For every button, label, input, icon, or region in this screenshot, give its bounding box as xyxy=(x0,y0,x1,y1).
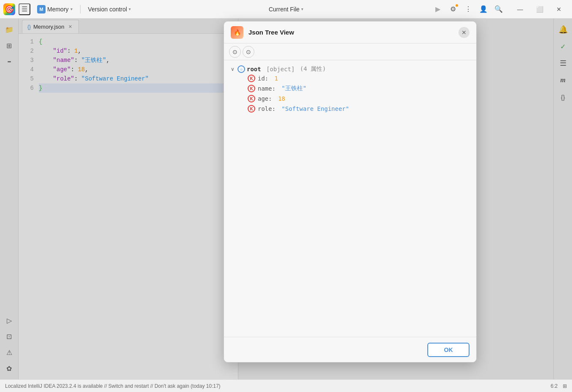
close-button[interactable]: ✕ xyxy=(549,3,569,16)
tree-key-icon-id: K xyxy=(248,75,255,82)
status-bar: Localized IntelliJ IDEA 2023.2.4 is avai… xyxy=(0,379,572,392)
search-icon: 🔍 xyxy=(494,5,503,13)
current-file-button[interactable]: Current File ▾ xyxy=(264,5,308,14)
app-logo: 🎯 xyxy=(3,3,15,15)
tree-root-key: root xyxy=(247,66,261,72)
settings-badge xyxy=(455,4,459,7)
run-button[interactable]: ▶ xyxy=(431,3,445,16)
minimize-button[interactable]: — xyxy=(510,3,530,16)
dialog-title-bar: 🔥 Json Tree View ✕ xyxy=(224,21,476,43)
project-dropdown-arrow: ▾ xyxy=(70,7,73,11)
tree-key-age: age: xyxy=(258,95,272,102)
encoding-icon[interactable]: ⊞ xyxy=(563,383,567,389)
tree-key-name: name: xyxy=(258,85,275,92)
collapse-icon: ⊙ xyxy=(246,48,251,55)
dialog-footer: OK xyxy=(224,337,476,362)
more-button[interactable]: ⋮ xyxy=(461,3,475,16)
hamburger-menu[interactable]: ☰ xyxy=(19,3,30,15)
tree-key-role: role: xyxy=(258,105,275,112)
tree-child-role: K role: "Software Engineer" xyxy=(248,105,469,113)
dialog-content: ∨ ○ root [object] (4 属性) K id: 1 K name:… xyxy=(224,60,476,337)
dialog-app-icon: 🔥 xyxy=(231,26,243,39)
tree-child-age: K age: 18 xyxy=(248,95,469,102)
tree-val-name: "王铁柱" xyxy=(278,85,306,92)
version-control-arrow: ▾ xyxy=(129,7,131,11)
expand-all-button[interactable]: ⊙ xyxy=(229,46,241,58)
account-icon: 👤 xyxy=(479,5,488,13)
title-bar: 🎯 ☰ M Memory ▾ Version control ▾ Current… xyxy=(0,0,572,19)
settings-button[interactable]: ⚙ xyxy=(446,3,460,16)
tree-children: K id: 1 K name: "王铁柱" K age: 18 K role: … xyxy=(248,75,469,113)
tree-val-id: 1 xyxy=(271,75,278,82)
menu-icon: ☰ xyxy=(22,5,27,13)
ok-button[interactable]: OK xyxy=(427,343,469,357)
tree-val-role: "Software Engineer" xyxy=(278,105,349,112)
account-button[interactable]: 👤 xyxy=(477,3,490,16)
current-file-arrow: ▾ xyxy=(301,7,303,11)
expand-icon: ⊙ xyxy=(232,48,237,55)
collapse-all-button[interactable]: ⊙ xyxy=(243,46,254,58)
dialog-close-button[interactable]: ✕ xyxy=(459,27,469,38)
tree-key-icon-name: K xyxy=(248,85,255,92)
tree-child-name: K name: "王铁柱" xyxy=(248,85,469,92)
version-control-button[interactable]: Version control ▾ xyxy=(85,5,135,14)
project-name: Memory xyxy=(47,6,69,13)
current-file-label: Current File xyxy=(269,6,299,13)
tree-root-meta: [object] xyxy=(263,66,295,72)
run-icon: ▶ xyxy=(435,5,440,13)
divider xyxy=(80,5,81,13)
tree-root-count: (4 属性) xyxy=(297,65,326,73)
dialog-close-icon: ✕ xyxy=(461,29,467,36)
dialog-title: Json Tree View xyxy=(248,29,453,36)
version-control-label: Version control xyxy=(88,6,127,13)
project-avatar: M xyxy=(37,5,46,13)
dialog-toolbar: ⊙ ⊙ xyxy=(224,43,476,60)
project-selector[interactable]: M Memory ▾ xyxy=(34,4,76,15)
status-message: Localized IntelliJ IDEA 2023.2.4 is avai… xyxy=(5,383,221,389)
tree-val-age: 18 xyxy=(275,95,285,102)
status-bar-right: 6:2 ⊞ xyxy=(550,383,567,389)
tree-root-node[interactable]: ∨ ○ root [object] (4 属性) xyxy=(231,65,469,73)
maximize-button[interactable]: ⬜ xyxy=(530,3,549,16)
titlebar-actions: ▶ ⚙ ⋮ 👤 🔍 — ⬜ ✕ xyxy=(431,3,569,16)
tree-root-toggle: ∨ xyxy=(231,66,236,72)
title-center: Current File ▾ xyxy=(264,5,308,14)
tree-root-icon: ○ xyxy=(237,65,245,73)
tree-key-icon-age: K xyxy=(248,95,255,102)
tree-key-id: id: xyxy=(258,75,268,82)
json-tree-view-dialog: 🔥 Json Tree View ✕ ⊙ ⊙ ∨ ○ root [object]… xyxy=(224,21,477,362)
search-button[interactable]: 🔍 xyxy=(492,3,505,16)
tree-key-icon-role: K xyxy=(248,105,255,113)
cursor-position: 6:2 xyxy=(550,383,558,389)
window-controls: — ⬜ ✕ xyxy=(510,3,569,16)
tree-child-id: K id: 1 xyxy=(248,75,469,82)
more-icon: ⋮ xyxy=(465,5,472,13)
